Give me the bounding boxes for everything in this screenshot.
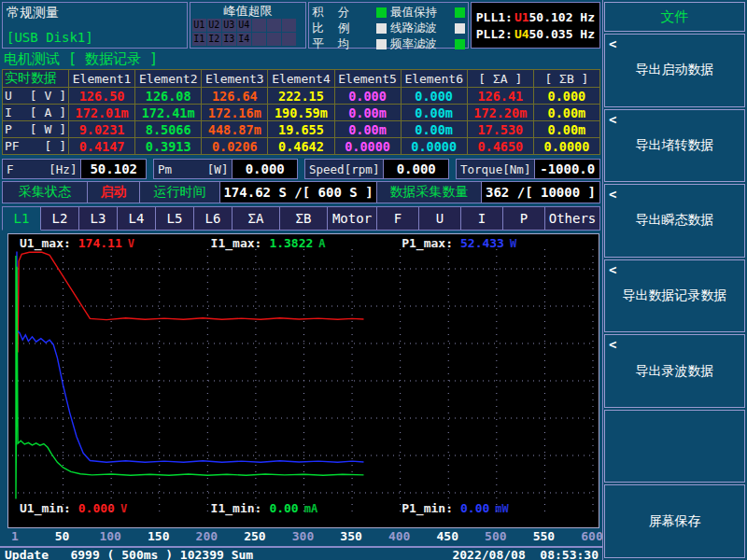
indicator-label: 比 例 xyxy=(312,21,349,36)
sidebar-button-5[interactable]: <导出录波数据 xyxy=(604,334,745,408)
table-corner-label: 实时数据 xyxy=(3,70,69,88)
measure-value: 50.102 xyxy=(81,159,147,179)
mode-title: 常规测量 xyxy=(7,5,59,21)
acq-runtime-value: 174.62 S /[ 600 S ] xyxy=(220,181,377,203)
acq-count-value: 362 /[ 10000 ] xyxy=(482,181,600,203)
column-header: [ ΣB ] xyxy=(533,70,599,88)
sidebar: 文件 <导出启动数据<导出堵转数据<导出瞬态数据<导出数据记录数据<导出录波数据… xyxy=(602,0,747,560)
value-cell: 222.15 xyxy=(268,88,334,105)
indicator-on: 积 分 xyxy=(312,5,387,21)
tab-i[interactable]: I xyxy=(461,206,503,231)
tab-l1[interactable]: L1 xyxy=(2,206,41,231)
row-label-unit: P[ W ] xyxy=(5,122,66,136)
x-axis: 150100150200250300350400450500550600 xyxy=(7,529,599,546)
table-row: PF[ ]0.41470.39130.02060.46420.00000.000… xyxy=(3,138,600,155)
x-tick-label: 150 xyxy=(148,529,169,543)
column-header: Element2 xyxy=(135,70,202,88)
indicator-led-icon xyxy=(455,39,465,49)
value-cell: 0.00m xyxy=(334,121,401,138)
sidebar-button-7[interactable]: 屏幕保存 xyxy=(604,484,745,558)
tab-σb[interactable]: ΣB xyxy=(280,206,328,231)
row-name: PF xyxy=(5,139,20,153)
value-cell: 8.5066 xyxy=(135,121,202,138)
tab-f[interactable]: F xyxy=(377,206,419,231)
value-cell: 0.3913 xyxy=(135,138,202,155)
measure-value: 0.000 xyxy=(233,159,298,179)
sidebar-button-label: 导出启动数据 xyxy=(636,62,714,78)
indicator-label: 频率滤波 xyxy=(390,36,437,52)
chevron-left-icon: < xyxy=(609,36,616,51)
tab-l5[interactable]: L5 xyxy=(156,206,194,231)
header: 常规测量 [USB Disk1] 峰值超限 U1U2U3U4I1I2I3I4 积… xyxy=(2,2,600,49)
pll-row: PLL1:U150.102 Hz xyxy=(476,10,599,24)
measure-value: -1000.0 xyxy=(535,159,600,179)
peak-cell: U2 xyxy=(207,19,221,32)
value-cell: 448.87m xyxy=(202,121,268,138)
pll-row: PLL2:U450.035 Hz xyxy=(476,27,599,41)
sidebar-button-label: 屏幕保存 xyxy=(649,513,701,530)
header-indicators: 积 分比 例平 均最值保持线路滤波频率滤波 xyxy=(308,2,469,49)
acquisition-row: 采集状态 启动 运行时间 174.62 S /[ 600 S ] 数据采集数量 … xyxy=(2,181,600,203)
value-cell: 172.41m xyxy=(135,105,202,121)
x-tick-label: 450 xyxy=(436,529,458,543)
row-label-unit: I[ A ] xyxy=(5,105,66,119)
pll-box: PLL1:U150.102 HzPLL2:U450.035 Hz xyxy=(471,2,600,49)
x-tick-label: 350 xyxy=(340,529,361,543)
row-label-unit: PF[ ] xyxy=(5,139,66,153)
sidebar-button-3[interactable]: <导出瞬态数据 xyxy=(604,184,745,258)
indicator-led-icon xyxy=(455,23,465,34)
peak-cell xyxy=(267,33,281,46)
sidebar-button-label: 导出瞬态数据 xyxy=(636,212,714,229)
indicator-off: 比 例 xyxy=(312,21,387,36)
tab-u[interactable]: U xyxy=(419,206,461,231)
table-row: U[ V ]126.50126.08126.64222.150.0000.000… xyxy=(3,88,600,105)
sidebar-button-label: 导出数据记录数据 xyxy=(623,287,727,304)
value-cell: 0.00m xyxy=(334,105,401,121)
value-cell: 0.00m xyxy=(533,105,599,121)
value-cell: 126.41 xyxy=(467,88,533,105)
measure-value: 0.000 xyxy=(384,159,449,179)
tab-p[interactable]: P xyxy=(503,206,545,231)
value-cell: 126.08 xyxy=(135,88,202,105)
row-name: P xyxy=(5,122,12,136)
chevron-left-icon: < xyxy=(609,187,616,202)
tab-motor[interactable]: Motor xyxy=(328,206,377,231)
measure-group: F[Hz]50.102 xyxy=(2,159,147,179)
pll-source: U1 xyxy=(514,10,529,24)
sidebar-button-1[interactable]: <导出启动数据 xyxy=(604,34,745,107)
measure-unit: [Nm] xyxy=(502,162,530,176)
acq-runtime-label: 运行时间 xyxy=(140,181,220,203)
sidebar-button-2[interactable]: <导出堵转数据 xyxy=(604,109,745,183)
update-counter: Update 6999 ( 500ms ) 102399 Sum xyxy=(0,548,253,560)
x-tick-label: 250 xyxy=(244,529,265,543)
sidebar-button-4[interactable]: <导出数据记录数据 xyxy=(604,259,745,333)
tab-σa[interactable]: ΣA xyxy=(233,206,280,231)
chart-area: U1_max:174.11VI1_max:1.3822AP1_max:52.43… xyxy=(0,232,602,528)
value-cell: 0.000 xyxy=(533,88,599,105)
indicator-led-icon xyxy=(455,7,465,18)
indicator-on: 最值保持 xyxy=(390,5,465,21)
peak-over-limit-title: 峰值超限 xyxy=(192,4,303,18)
tab-others[interactable]: Others xyxy=(545,206,600,231)
sidebar-button-empty xyxy=(604,410,745,483)
tab-l3[interactable]: L3 xyxy=(79,206,118,231)
tab-bar: L1L2L3L4L5L6ΣAΣBMotorFUIPOthers xyxy=(2,206,600,231)
status-bar: Update 6999 ( 500ms ) 102399 Sum 2022/08… xyxy=(0,546,602,560)
row-unit: [ A ] xyxy=(30,105,66,119)
chevron-left-icon: < xyxy=(609,262,616,277)
tab-l6[interactable]: L6 xyxy=(194,206,233,231)
tab-l4[interactable]: L4 xyxy=(118,206,156,231)
x-tick-label: 100 xyxy=(99,529,120,543)
measure-unit: [rpm] xyxy=(345,162,380,176)
page-subtitle: 电机测试 [ 数据记录 ] xyxy=(4,49,158,68)
value-cell: 0.000 xyxy=(401,88,467,105)
indicator-label: 平 均 xyxy=(312,36,349,52)
measure-name: Speed xyxy=(309,162,345,176)
chart-canvas xyxy=(8,234,599,527)
peak-cell: I3 xyxy=(222,33,236,46)
measure-name: Torque xyxy=(460,162,502,176)
column-header: Element3 xyxy=(202,70,268,88)
value-cell: 0.000 xyxy=(334,88,401,105)
tab-l2[interactable]: L2 xyxy=(41,206,79,231)
row-label-unit: U[ V ] xyxy=(5,89,66,103)
